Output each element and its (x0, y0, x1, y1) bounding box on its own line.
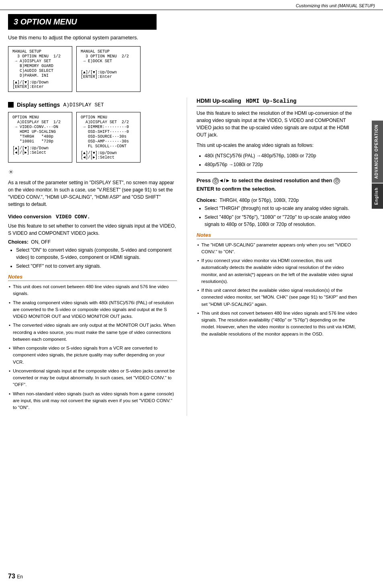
menu1-title: MANUAL SETUP (12, 49, 68, 54)
display-settings-label: Display settings (17, 102, 60, 108)
notes-hdmi-list: The "HDMI UP-SCALING" parameter appears … (197, 242, 357, 338)
menu2-title: MANUAL SETUP (81, 49, 136, 54)
hdmi-choices: Choices: THRGH, 480p (or 576p), 1080i, 7… (197, 197, 357, 203)
left-column: Display settings A)DISPLAY SET OPTION ME… (8, 98, 177, 416)
hdmi-choices-values: THRGH, 480p (or 576p), 1080i, 720p (220, 197, 299, 203)
vc-desc: Use this feature to set whether to conve… (8, 222, 177, 237)
dmenu2-item5: FL SCROLL···CONT (81, 144, 136, 149)
notes-hdmi-item-1: The "HDMI UP-SCALING" parameter appears … (197, 242, 357, 256)
menu1-item1: → A)DISPLAY SET (12, 59, 68, 63)
hdmi-bullets: Select "THRGH" (through) not to up-scale… (197, 205, 357, 228)
dmenu2-item2: OSD-SHIFT·······0 (81, 130, 136, 134)
notes-hdmi-item-2: If you connect your video monitor via HD… (197, 257, 357, 285)
notes-video-title: Notes (8, 274, 177, 281)
vc-label: Video conversion (8, 214, 51, 220)
menu-diagrams: MANUAL SETUP 3 OPTION MENU 1/2 → A)DISPL… (8, 46, 357, 92)
hdmi-desc1: Use this feature to select the resolutio… (197, 110, 357, 138)
hdmi-title: HDMI Up-scaling HDMI Up-Scaling (197, 98, 357, 106)
section-title: 3 OPTION MENU (8, 14, 157, 30)
dmenu1-controls: [▲]/[▼]:Up/Down [◄]/[►]:Select (12, 146, 68, 155)
intro-text: Use this menu to adjust the optional sys… (8, 35, 357, 41)
notes-video-item-4: When composite video or S-video signals … (8, 345, 177, 366)
dmenu2-title: OPTION MENU (81, 115, 136, 120)
sidebar-tab-english: English (372, 183, 383, 209)
vc-bullet-2: Select "OFF" not to convert any signals. (16, 262, 177, 270)
menu1-item2: B)MEMORY GUARD (12, 64, 68, 68)
notes-video-item-3: The converted video signals are only out… (8, 322, 177, 343)
page-num: 73 (8, 573, 15, 580)
menu1-ctrl2: [ENTER]:Enter (12, 85, 68, 89)
display-menu-diagrams: OPTION MENU A)DISPLAY SET 1/2 → VIDEO-CO… (8, 112, 177, 163)
dmenu1-item4: *1080i *720p (12, 139, 68, 144)
page-number: 73 En (8, 573, 23, 580)
notes-video-item-5: Unconventional signals input at the comp… (8, 368, 177, 389)
circle-btn-1: ⓡ (212, 178, 219, 184)
dmenu1-item2: HDMI UP-SCALING (12, 130, 68, 134)
dmenu1-ctrl2: [◄]/[►]:Select (12, 151, 68, 155)
menu2-controls: [▲]/[▼]:Up/Down [ENTER]:Enter (81, 66, 136, 79)
top-header: Customizing this unit (MANUAL SETUP) (0, 0, 383, 10)
notes-video-item-6: When non-standard video signals (such as… (8, 391, 177, 411)
display-settings-mono: A)DISPLAY SET (63, 102, 104, 108)
display-menu-2: OPTION MENU A)DISPLAY SET 2/2 → DIMMER:·… (76, 112, 141, 163)
notes-hdmi-section: Notes The "HDMI UP-SCALING" parameter ap… (197, 232, 357, 338)
menu-box-1: MANUAL SETUP 3 OPTION MENU 1/2 → A)DISPL… (8, 46, 72, 92)
menu1-item3: C)AUDIO SELECT (12, 69, 68, 73)
notes-video-item-2: The analog component video signals with … (8, 299, 177, 320)
hdmi-mono-title: HDMI Up-Scaling (246, 98, 296, 104)
dmenu2-item1: → DIMMER:·········0 (81, 125, 136, 129)
dmenu2-controls: [▲]/[▼]:Up/Down [◄]/[►]:Select (81, 151, 136, 160)
dmenu2-subtitle: A)DISPLAY SET 2/2 (81, 120, 136, 124)
menu2-item1: → E)DOCK SET (81, 59, 136, 63)
right-sidebar: ADVANCED OPERATION English (372, 120, 383, 209)
vc-bullet-1: Select "ON" to convert video signals (co… (16, 246, 177, 261)
display-menu-1: OPTION MENU A)DISPLAY SET 1/2 → VIDEO-CO… (8, 112, 72, 163)
vc-bullets: Select "ON" to convert video signals (co… (8, 246, 177, 270)
dmenu1-ctrl1: [▲]/[▼]:Up/Down (12, 146, 68, 151)
hdmi-bullets-desc: 480i (NTSC)/576i (PAL) →480p/576p, 1080i… (197, 152, 357, 168)
press-instruction: Press ⓡ◄/► to select the desired resolut… (197, 177, 357, 193)
dmenu1-subtitle: A)DISPLAY SET 1/2 (12, 120, 68, 124)
menu2-ctrl1: [▲]/[▼]:Up/Down (81, 70, 136, 75)
circle-btn-2: ⓡ (334, 178, 340, 184)
dmenu2-item4: OSD-AMP·······30s (81, 139, 136, 144)
vc-mono: VIDEO CONV. (56, 214, 90, 220)
hdmi-label: HDMI Up-scaling (197, 98, 241, 104)
vc-choices-label: Choices: (8, 239, 29, 245)
hdmi-bullet-2: Select "480p" (or "576p"), "1080i" or "7… (205, 214, 357, 228)
columns-layout: Display settings A)DISPLAY SET OPTION ME… (8, 98, 357, 416)
dmenu1-item3: *THRGH *480p (12, 134, 68, 139)
menu-box-2: MANUAL SETUP 3 OPTION MENU 2/2 → E)DOCK … (76, 46, 141, 92)
dmenu1-title: OPTION MENU (12, 115, 68, 120)
vc-choices: Choices: ON, OFF (8, 239, 177, 245)
divider (197, 172, 357, 173)
menu1-item4: D)PARAM. INI (12, 73, 68, 78)
notes-hdmi-item-3: If this unit cannot detect the available… (197, 287, 357, 308)
hdmi-desc2: This unit up-scales the analog video sig… (197, 142, 357, 149)
square-icon (8, 102, 14, 108)
menu2-subtitle: 3 OPTION MENU 2/2 (81, 54, 136, 59)
content-wrapper: 3 OPTION MENU Use this menu to adjust th… (0, 10, 365, 424)
menu1-controls: [▲]/[▼]:Up/Down [ENTER]:Enter (12, 80, 68, 89)
page-suffix: En (17, 574, 23, 580)
dmenu1-item1: → VIDEO-CONV.···ON (12, 125, 68, 129)
hdmi-choices-label: Choices: (197, 197, 217, 203)
header-text: Customizing this unit (MANUAL SETUP) (296, 3, 375, 8)
right-column: HDMI Up-scaling HDMI Up-Scaling Use this… (187, 98, 357, 416)
notes-video-section: Notes This unit does not convert between… (8, 274, 177, 411)
notes-hdmi-item-4: This unit does not convert between 480 l… (197, 310, 357, 338)
notes-hdmi-title: Notes (197, 232, 357, 239)
vc-choices-values: ON, OFF (31, 239, 51, 245)
video-conversion-title: Video conversion VIDEO CONV. (8, 214, 177, 220)
note-symbol: ☀ (8, 168, 177, 176)
hdmi-bullet-desc-2: 480p/576p →1080i or 720p (205, 161, 357, 168)
display-settings-title: Display settings A)DISPLAY SET (8, 102, 177, 108)
dmenu2-ctrl2: [◄]/[►]:Select (81, 155, 136, 160)
notes-video-list: This unit does not convert between 480 l… (8, 283, 177, 411)
dmenu2-ctrl1: [▲]/[▼]:Up/Down (81, 151, 136, 155)
param-note: As a result of the parameter setting in … (8, 179, 177, 208)
hdmi-bullet-1: Select "THRGH" (through) not to up-scale… (205, 205, 357, 212)
menu2-ctrl2: [ENTER]:Enter (81, 75, 136, 79)
dmenu2-item3: OSD-SOURCE···30s (81, 134, 136, 139)
menu1-ctrl1: [▲]/[▼]:Up/Down (12, 80, 68, 85)
